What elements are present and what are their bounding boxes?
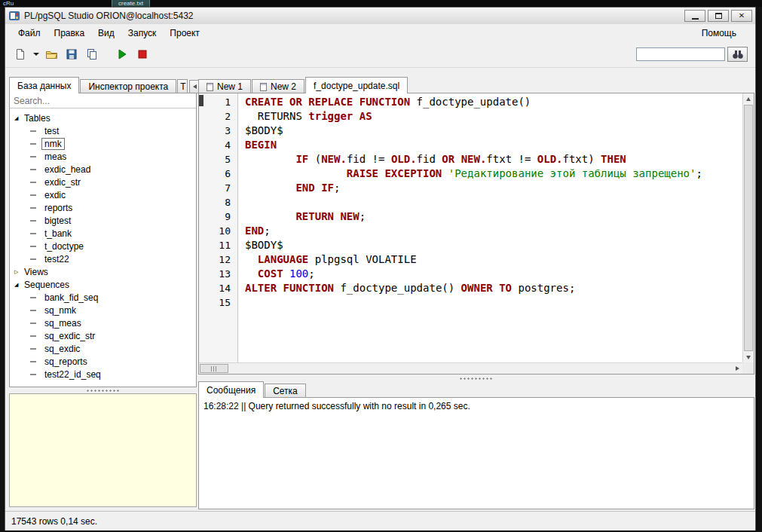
menu-item-вид[interactable]: Вид <box>91 26 121 41</box>
tree-item-sq_exdic[interactable]: sq_exdic <box>10 342 196 355</box>
code-line: BEGIN <box>245 138 742 152</box>
new-document-icon <box>14 48 26 60</box>
code-line: CREATE OR REPLACE FUNCTION f_doctype_upd… <box>245 95 742 109</box>
line-number: 6 <box>199 167 237 181</box>
scroll-up-button[interactable] <box>743 93 754 104</box>
tree-item-t_doctype[interactable]: t_doctype <box>10 240 196 252</box>
new-document-button[interactable] <box>11 45 29 63</box>
save-button[interactable] <box>63 45 81 63</box>
tree-group-sequences[interactable]: ◢Sequences <box>10 278 196 291</box>
tree-item-icon <box>30 361 36 362</box>
line-number: 9 <box>199 209 237 224</box>
run-icon <box>116 48 128 60</box>
tree-item-icon <box>30 169 36 170</box>
arrow-down-icon <box>746 356 751 359</box>
line-number: 3 <box>199 124 237 138</box>
tree-item-reports[interactable]: reports <box>10 201 196 214</box>
menu-item-правка[interactable]: Правка <box>47 26 92 41</box>
code-line: RETURN NEW; <box>245 209 742 224</box>
left-tab-база-данных[interactable]: База данных <box>9 77 79 93</box>
gutter-marker <box>199 95 204 106</box>
vertical-scroll-thumb[interactable] <box>744 105 753 351</box>
line-number: 1 <box>199 95 237 109</box>
titlebar[interactable]: PL/pgSQL Studio ORION@localhost:5432 ✕ <box>5 8 755 25</box>
tree-item-icon <box>30 156 36 157</box>
chevron-down-icon <box>33 53 39 56</box>
tree-item-exdic_str[interactable]: exdic_str <box>10 176 196 188</box>
copy-button[interactable] <box>83 45 101 63</box>
tree-item-sq_meas[interactable]: sq_meas <box>10 316 196 329</box>
tree-item-exdic_head[interactable]: exdic_head <box>10 163 196 176</box>
new-document-dropdown[interactable] <box>32 45 40 63</box>
tree-item-icon <box>30 258 36 260</box>
menu-item-help[interactable]: Помощь <box>695 26 743 41</box>
app-window: PL/pgSQL Studio ORION@localhost:5432 ✕ Ф… <box>5 7 756 530</box>
arrow-left-icon <box>193 84 197 89</box>
run-button[interactable] <box>113 45 131 63</box>
menu-item-запуск[interactable]: Запуск <box>121 26 164 41</box>
left-tab-т[interactable]: Т <box>177 79 188 93</box>
stop-button[interactable] <box>133 45 151 63</box>
save-icon <box>66 48 78 60</box>
bottom-tab-сообщения[interactable]: Сообщения <box>198 381 264 398</box>
line-number: 4 <box>199 138 237 152</box>
message-line: 16:28:22 || Query returned successfully … <box>199 398 754 414</box>
collapse-icon[interactable]: ◢ <box>14 282 24 288</box>
document-icon <box>260 83 267 91</box>
window-controls: ✕ <box>684 10 752 22</box>
line-number: 5 <box>199 152 237 167</box>
editor-tab-new-1[interactable]: New 1 <box>198 79 251 93</box>
line-number: 11 <box>199 238 237 252</box>
code-line: LANGUAGE plpgsql VOLATILE <box>245 252 742 267</box>
editor-tab-row: New 1New 2f_doctype_update.sql <box>198 77 409 93</box>
tree-item-sq_exdic_str[interactable]: sq_exdic_str <box>10 329 196 342</box>
tree-item-nmk[interactable]: nmk <box>10 137 196 150</box>
code-line <box>245 295 742 310</box>
tree-item-meas[interactable]: meas <box>10 150 196 163</box>
toolbar-search-input[interactable] <box>636 47 725 61</box>
bottom-splitter[interactable] <box>198 376 754 381</box>
tree-item-t_bank[interactable]: t_bank <box>10 227 196 240</box>
vertical-scrollbar[interactable] <box>742 93 754 362</box>
editor-tab-new-2[interactable]: New 2 <box>252 79 304 93</box>
code-line <box>245 195 742 209</box>
tree-item-exdic[interactable]: exdic <box>10 188 196 201</box>
tree-item-sq_reports[interactable]: sq_reports <box>10 355 196 368</box>
expand-icon[interactable]: ▷ <box>14 269 24 275</box>
horizontal-scrollbar[interactable] <box>199 362 742 374</box>
tree-group-views[interactable]: ▷Views <box>10 265 196 278</box>
arrow-right-icon <box>736 366 739 371</box>
tree-item-sq_nmk[interactable]: sq_nmk <box>10 304 196 316</box>
open-file-button[interactable] <box>42 45 60 63</box>
scroll-down-button[interactable] <box>743 352 754 362</box>
horizontal-scroll-thumb[interactable] <box>200 364 228 373</box>
editor-tab-f_doctype_update-sql[interactable]: f_doctype_update.sql <box>305 77 408 93</box>
tree-item-test22[interactable]: test22 <box>10 252 196 265</box>
scroll-right-button[interactable] <box>732 363 742 374</box>
menu-item-проект[interactable]: Проект <box>163 26 207 41</box>
close-button[interactable]: ✕ <box>731 10 752 22</box>
tree-item-test[interactable]: test <box>10 124 196 137</box>
code-line: RAISE EXCEPTION 'Редактирование этой таб… <box>245 167 742 181</box>
left-splitter[interactable] <box>9 388 197 393</box>
minimize-button[interactable] <box>684 10 705 22</box>
left-tab-инспектор-проекта[interactable]: Инспектор проекта <box>80 79 176 93</box>
bottom-tab-row: СообщенияСетка <box>198 381 307 398</box>
tree-item-test22_id_seq[interactable]: test22_id_seq <box>10 368 196 381</box>
close-icon: ✕ <box>739 12 745 20</box>
bottom-tab-сетка[interactable]: Сетка <box>265 384 306 398</box>
collapse-icon[interactable]: ◢ <box>14 115 24 121</box>
menu-item-файл[interactable]: Файл <box>11 26 47 41</box>
tree-search-input[interactable] <box>10 93 196 109</box>
arrow-up-icon <box>746 97 751 101</box>
tree-item-bank_fid_seq[interactable]: bank_fid_seq <box>10 291 196 304</box>
tree-item-bigtest[interactable]: bigtest <box>10 214 196 227</box>
tree-item-icon <box>30 194 36 196</box>
gutter: 123456789101112131415 <box>199 93 238 362</box>
background-window-tab[interactable]: create.txt <box>112 0 150 7</box>
code-line: $BODY$ <box>245 124 742 138</box>
maximize-button[interactable] <box>708 10 729 22</box>
code-area[interactable]: CREATE OR REPLACE FUNCTION f_doctype_upd… <box>245 93 742 362</box>
tree-group-tables[interactable]: ◢Tables <box>10 112 196 124</box>
find-button[interactable] <box>727 47 748 62</box>
